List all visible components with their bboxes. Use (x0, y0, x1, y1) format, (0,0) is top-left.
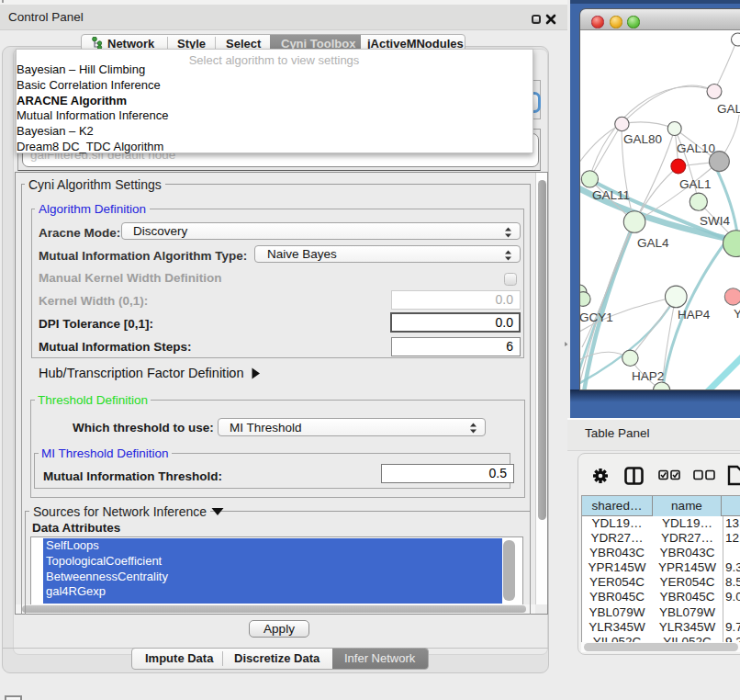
svg-text:GAL10: GAL10 (677, 141, 715, 155)
svg-text:GAL1: GAL1 (679, 177, 712, 191)
svg-text:SWI4: SWI4 (700, 214, 730, 228)
svg-text:GAL4: GAL4 (637, 236, 669, 250)
svg-text:HAP4: HAP4 (678, 308, 711, 322)
svg-text:HAP2: HAP2 (632, 369, 664, 383)
svg-text:Y: Y (734, 307, 740, 321)
svg-text:GCY1: GCY1 (580, 310, 613, 324)
svg-text:GAL7: GAL7 (717, 102, 740, 116)
svg-text:GAL11: GAL11 (592, 188, 630, 202)
svg-text:GAL80: GAL80 (623, 132, 662, 146)
